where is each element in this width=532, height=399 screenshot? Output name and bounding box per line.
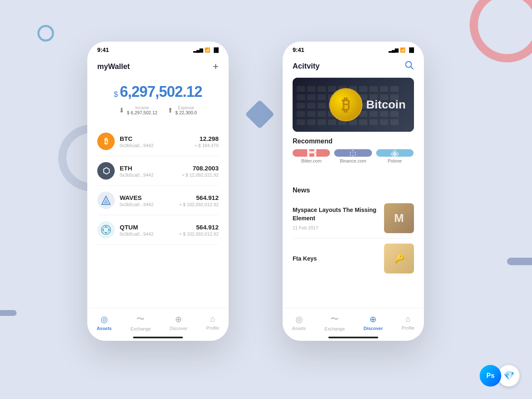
status-icons-left: ▂▄▆ 📶 ▐█ [193, 47, 219, 53]
wifi-icon-right: 📶 [400, 47, 406, 53]
svg-point-6 [102, 229, 104, 231]
bitter-btc-symbol: ₿ [306, 149, 317, 157]
svg-rect-50 [390, 111, 399, 117]
svg-rect-42 [307, 111, 315, 117]
coin-item-qtum[interactable]: QTUM 0x3b5ca0...9442 564.912 ≈ $ 102,092… [97, 215, 219, 245]
qtum-amount: 564.912 [179, 224, 219, 231]
discover-icon-right: ⊕ [369, 314, 377, 324]
recommend-card-polone[interactable]: ◈ Polone [376, 149, 414, 181]
svg-rect-49 [380, 111, 388, 117]
waves-address: 0x3b5ca0...9442 [120, 202, 179, 207]
balance-amount: 6,297,502.12 [120, 83, 202, 100]
bitter-card[interactable]: ₿ [293, 149, 330, 157]
recommend-card-bitter[interactable]: ₿ Bitter.com [293, 149, 330, 181]
svg-point-5 [105, 232, 107, 234]
discover-icon: ⊕ [175, 314, 182, 324]
expense-label: Expense [175, 106, 197, 110]
nav-assets-left[interactable]: ◎ Assets [97, 314, 112, 331]
recommend-card-binance[interactable]: Binance.com [334, 149, 372, 181]
svg-line-71 [350, 155, 353, 156]
expense-item: ⬆ Expense $ 22,300.0 [167, 106, 197, 115]
svg-rect-22 [307, 94, 315, 100]
eth-amount: 708.2003 [182, 165, 219, 172]
bitcoin-coin: ₿ [329, 88, 362, 121]
news-title: News [293, 187, 414, 194]
activity-content: Acitvity [283, 56, 424, 322]
svg-line-73 [350, 150, 353, 153]
svg-rect-11 [297, 86, 305, 92]
recommend-title: Recommend [293, 138, 414, 145]
search-button[interactable] [405, 61, 414, 72]
income-item: ⬇ Income $ 6,297,502.12 [119, 106, 157, 115]
assets-icon-right: ◎ [296, 314, 303, 324]
signal-icon: ▂▄▆ [193, 47, 203, 53]
exchange-label: Exchange [131, 326, 151, 331]
svg-rect-17 [359, 86, 367, 92]
battery-icon-right: ▐█ [407, 47, 414, 52]
activity-title: Acitvity [293, 62, 320, 71]
eth-usd: ≈ $ 12,092,021.92 [182, 172, 219, 177]
qtum-address: 0x3b5ca0...9442 [120, 232, 179, 236]
profile-icon-right: ⌂ [406, 314, 411, 324]
coin-item-btc[interactable]: ₿ BTC 0x3b5ca0...9442 12.298 ≈ $ 184,470 [97, 127, 219, 156]
eth-icon: ⬡ [97, 162, 115, 180]
nav-profile-left[interactable]: ⌂ Profile [206, 314, 219, 330]
balance-display: $ 6,297,502.12 [97, 83, 219, 101]
binance-network-icon [340, 149, 365, 157]
wallet-content: myWallet + $ 6,297,502.12 ⬇ Income $ 6,2… [87, 56, 229, 322]
status-bar-left: 9:41 ▂▄▆ 📶 ▐█ [87, 42, 229, 56]
wallet-header: myWallet + [97, 56, 219, 79]
status-bar-right: 9:41 ▂▄▆ 📶 ▐█ [283, 42, 424, 56]
add-button[interactable]: + [213, 61, 219, 72]
svg-rect-31 [297, 103, 305, 108]
nav-discover-right[interactable]: ⊕ Discover [364, 314, 383, 331]
nav-indicator-right [328, 337, 378, 338]
coin-item-waves[interactable]: WAVES 0x3b5ca0...9442 564.912 ≈ $ 102,09… [97, 186, 219, 215]
bitter-label: Bitter.com [301, 158, 322, 163]
signal-icon-right: ▂▄▆ [389, 47, 399, 53]
polone-icon: ◈ [390, 149, 399, 157]
bottom-nav-left: ◎ Assets 〜 Exchange ⊕ Discover ⌂ Profile [87, 308, 229, 341]
news-1-thumb-inner: M [384, 203, 414, 233]
nav-discover-left[interactable]: ⊕ Discover [170, 314, 187, 331]
news-item-1[interactable]: Myspace Layouts The Missing Element 11 F… [293, 198, 414, 239]
wallet-title: myWallet [97, 62, 130, 71]
svg-line-9 [411, 66, 413, 69]
svg-rect-59 [380, 119, 388, 125]
bg-decoration-diamond [245, 100, 275, 129]
btc-name: BTC [120, 135, 195, 142]
binance-card[interactable] [334, 149, 372, 157]
svg-rect-13 [318, 86, 326, 92]
expense-icon: ⬆ [167, 106, 173, 114]
fta-thumbnail: 🔑 [384, 244, 414, 273]
nav-assets-right[interactable]: ◎ Assets [292, 314, 306, 331]
btc-info: BTC 0x3b5ca0...9442 [120, 135, 195, 148]
nav-exchange-right[interactable]: 〜 Exchange [325, 313, 345, 331]
profile-icon: ⌂ [210, 314, 215, 324]
svg-rect-21 [297, 94, 305, 100]
news-1-title: Myspace Layouts The Missing Element [293, 206, 379, 222]
waves-amount: 564.912 [179, 194, 219, 201]
assets-label-right: Assets [292, 326, 306, 331]
phone-activity: 9:41 ▂▄▆ 📶 ▐█ Acitvity [283, 42, 424, 341]
profile-label: Profile [206, 325, 219, 330]
bitcoin-banner[interactable]: ₿ Bitcoin [293, 78, 414, 132]
income-details: Income $ 6,297,502.12 [127, 106, 157, 115]
income-value: $ 6,297,502.12 [127, 110, 157, 115]
svg-point-4 [105, 226, 107, 228]
balance-stats-row: ⬇ Income $ 6,297,502.12 ⬆ Expense $ 22,3… [97, 106, 219, 115]
discover-label-right: Discover [364, 326, 383, 331]
fta-thumb-icon: 🔑 [394, 254, 404, 264]
nav-exchange-left[interactable]: 〜 Exchange [131, 313, 151, 331]
bitcoin-banner-image: ₿ Bitcoin [293, 78, 414, 132]
eth-address: 0x3b5ca0...9442 [120, 172, 182, 177]
news-item-2[interactable]: Fta Keys 🔑 [293, 239, 414, 278]
svg-rect-33 [318, 103, 326, 108]
nav-profile-right[interactable]: ⌂ Profile [401, 314, 414, 330]
polone-card[interactable]: ◈ [376, 149, 414, 157]
binance-label: Binance.com [340, 158, 367, 163]
coin-item-eth[interactable]: ⬡ ETH 0x3b5ca0...9442 708.2003 ≈ $ 12,09… [97, 156, 219, 186]
wifi-icon: 📶 [204, 47, 210, 53]
phone-wallet: 9:41 ▂▄▆ 📶 ▐█ myWallet + $ 6,297,502.12 … [87, 42, 229, 341]
svg-rect-53 [318, 119, 326, 125]
